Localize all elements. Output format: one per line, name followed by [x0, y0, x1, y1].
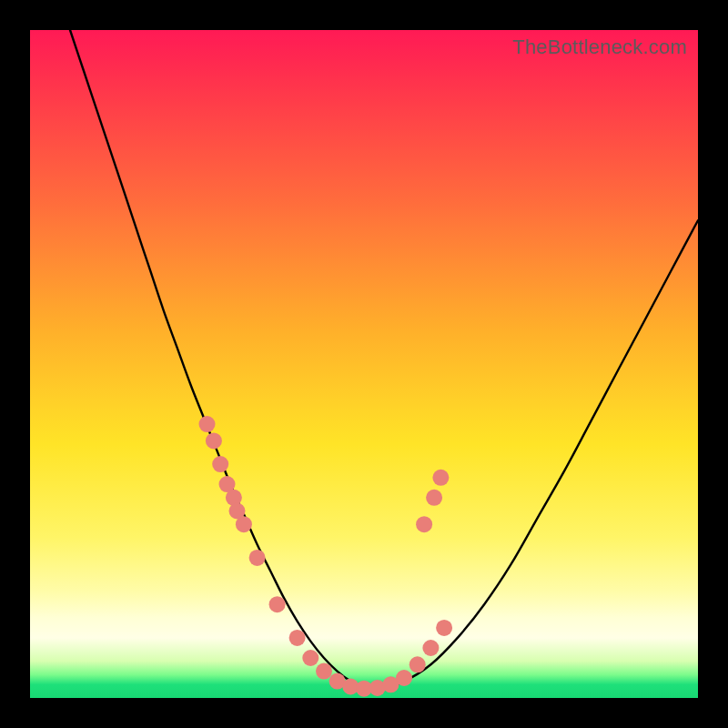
marker-dot [432, 470, 449, 486]
marker-dot [436, 620, 452, 636]
marker-dot [410, 656, 426, 672]
marker-dot [302, 650, 318, 666]
marker-dot [206, 432, 222, 449]
marker-dot [426, 490, 442, 506]
marker-dot [229, 503, 246, 520]
curve-layer [30, 30, 698, 698]
marker-dot [416, 516, 432, 532]
marker-dot [249, 550, 266, 566]
marker-dot [212, 456, 228, 472]
marker-dot [269, 596, 286, 612]
marker-dot [199, 416, 216, 432]
marker-dot [396, 670, 412, 686]
marker-dot [316, 663, 332, 680]
marker-dot [422, 640, 439, 656]
marker-dot [289, 630, 306, 646]
marker-dots [199, 416, 453, 697]
bottleneck-curve [70, 30, 698, 690]
plot-area: TheBottleneck.com [30, 30, 698, 698]
chart-frame: TheBottleneck.com [0, 0, 728, 728]
